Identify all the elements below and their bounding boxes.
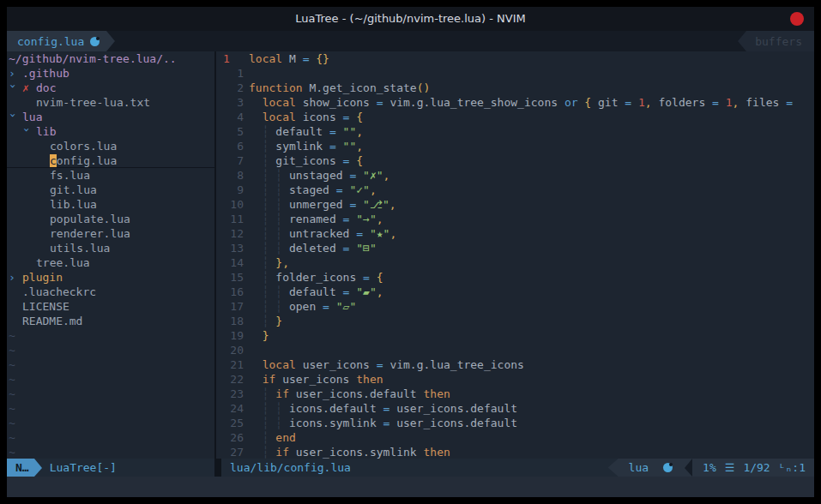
code-line[interactable]: 5 ┆ default = "", xyxy=(216,124,814,139)
code-line[interactable]: 19 } xyxy=(216,328,814,343)
code-line[interactable]: 6 ┆ symlink = "", xyxy=(216,139,814,153)
tree-item[interactable]: renderer.lua xyxy=(7,226,214,241)
relative-line-number: 8 xyxy=(216,168,244,183)
code-line-text: ┆ ┆ untracked = "★", xyxy=(244,227,396,240)
tilde-marker: ~ xyxy=(7,329,15,342)
relative-line-number: 6 xyxy=(216,139,244,153)
code-line[interactable]: 21 local user_icons = vim.g.lua_tree_ico… xyxy=(216,357,814,372)
code-line-text: local icons = { xyxy=(244,111,363,123)
tree-item[interactable]: fs.lua xyxy=(7,168,214,183)
tree-item[interactable]: nvim-tree-lua.txt xyxy=(7,95,214,110)
code-line[interactable]: 20 xyxy=(216,343,814,357)
relative-line-number: 23 xyxy=(216,387,244,401)
code-line-text xyxy=(244,67,249,80)
tree-item[interactable]: README.md xyxy=(7,314,214,328)
code-line[interactable]: 1local M = {} xyxy=(216,51,814,66)
tree-item[interactable]: populate.lua xyxy=(7,212,214,226)
code-line[interactable]: 23 ┆ if user_icons.default then xyxy=(216,387,814,401)
code-line-text: ┆ symlink = "", xyxy=(244,140,363,153)
filetype-label: lua xyxy=(629,461,649,474)
code-line-text: ┆ ┆ icons.symlink = user_icons.default xyxy=(244,417,517,429)
relative-line-number: 14 xyxy=(216,255,244,270)
tree-item-label: nvim-tree-lua.txt xyxy=(36,96,150,109)
buffers-label[interactable]: buffers xyxy=(746,31,814,51)
file-tree-pane: ~/github/nvim-tree.lua/..›.github›✗docnv… xyxy=(7,51,214,459)
empty-line: ~ xyxy=(7,372,214,387)
code-line[interactable]: 10 ┆ ┆ unmerged = "⎇", xyxy=(216,197,814,212)
tree-item[interactable]: config.lua xyxy=(7,153,214,168)
git-unstaged-icon: ✗ xyxy=(22,81,36,95)
lua-icon xyxy=(663,463,673,472)
code-line[interactable]: 26 ┆ end xyxy=(216,430,814,445)
tilde-marker: ~ xyxy=(7,373,15,386)
code-line-text: local user_icons = vim.g.lua_tree_icons xyxy=(244,358,524,371)
tree-item[interactable]: utils.lua xyxy=(7,241,214,255)
tree-item[interactable]: ›lib xyxy=(7,124,214,139)
code-line[interactable]: 7 ┆ git_icons = { xyxy=(216,153,814,168)
code-line[interactable]: 16 ┆ ┆ default = "▰", xyxy=(216,285,814,299)
chevron-right-icon: › xyxy=(9,270,22,285)
tree-item[interactable]: ~/github/nvim-tree.lua/.. xyxy=(7,51,214,66)
tree-item-label: README.md xyxy=(22,315,82,327)
relative-line-number: 4 xyxy=(216,110,244,124)
code-line[interactable]: 15 ┆ folder_icons = { xyxy=(216,270,814,285)
tree-item[interactable]: ›plugin xyxy=(7,270,214,285)
window-title: LuaTree - (~/github/nvim-tree.lua) - NVI… xyxy=(7,7,814,31)
code-line[interactable]: 14 ┆ }, xyxy=(216,255,814,270)
tree-item[interactable]: git.lua xyxy=(7,183,214,197)
statusline-divider xyxy=(214,459,221,477)
tree-item[interactable]: lib.lua xyxy=(7,197,214,212)
statusline: N… LuaTree[-] lua/lib/config.lua lua 1% … xyxy=(7,459,814,477)
tree-statusline: N… LuaTree[-] xyxy=(7,459,214,477)
lua-icon xyxy=(90,37,100,46)
nvim-window: config.lua buffers ~/github/nvim-tree.lu… xyxy=(7,31,814,497)
tree-item[interactable]: ›lua xyxy=(7,110,214,124)
relative-line-number: 20 xyxy=(216,343,244,357)
code-line[interactable]: 18 ┆ } xyxy=(216,314,814,328)
code-line[interactable]: 24 ┆ ┆ icons.default = user_icons.defaul… xyxy=(216,401,814,416)
code-line-text: ┆ ┆ open = "▱" xyxy=(244,300,356,313)
code-line-text: ┆ ┆ unmerged = "⎇", xyxy=(244,198,396,211)
tree-item-label: lib xyxy=(36,125,56,138)
tree-item-label: ~/github/nvim-tree.lua/.. xyxy=(9,52,177,65)
tree-item-label: colors.lua xyxy=(50,140,117,153)
code-line[interactable]: 2function M.get_icon_state() xyxy=(216,81,814,95)
code-line[interactable]: 8 ┆ ┆ unstaged = "✗", xyxy=(216,168,814,183)
tilde-marker: ~ xyxy=(7,344,15,357)
tab-config-lua[interactable]: config.lua xyxy=(7,31,106,51)
code-line[interactable]: 1 xyxy=(216,66,814,81)
code-line[interactable]: 25 ┆ ┆ icons.symlink = user_icons.defaul… xyxy=(216,416,814,430)
empty-line: ~ xyxy=(7,328,214,343)
code-line[interactable]: 11 ┆ ┆ renamed = "→", xyxy=(216,212,814,226)
code-line[interactable]: 22 if user_icons then xyxy=(216,372,814,387)
tree-item[interactable]: .luacheckrc xyxy=(7,285,214,299)
code-line[interactable]: 17 ┆ ┆ open = "▱" xyxy=(216,299,814,314)
relative-line-number: 12 xyxy=(216,226,244,241)
code-line-text: ┆ ┆ unstaged = "✗", xyxy=(244,169,389,182)
code-line[interactable]: 3 local show_icons = vim.g.lua_tree_show… xyxy=(216,95,814,110)
relative-line-number: 26 xyxy=(216,430,244,445)
cursor: c xyxy=(50,154,57,167)
code-line-text: ┆ ┆ staged = "✓", xyxy=(244,183,377,196)
code-line[interactable]: 9 ┆ ┆ staged = "✓", xyxy=(216,183,814,197)
code-line[interactable]: 13 ┆ ┆ deleted = "⊟" xyxy=(216,241,814,255)
tree-item[interactable]: ›✗doc xyxy=(7,81,214,95)
code-line[interactable]: 12 ┆ ┆ untracked = "★", xyxy=(216,226,814,241)
code-line[interactable]: 27 ┆ if user_icons.symlink then xyxy=(216,445,814,459)
command-line[interactable] xyxy=(7,477,814,497)
statusline-right: lua 1% ☰ 1/92 ᴸₙ:1 xyxy=(608,459,814,477)
tree-item-label: plugin xyxy=(22,271,63,284)
relative-line-number: 15 xyxy=(216,270,244,285)
code-line-text: ┆ ┆ default = "▰", xyxy=(244,285,383,298)
tree-item-label: doc xyxy=(36,81,56,94)
empty-line: ~ xyxy=(7,445,214,459)
tree-item[interactable]: LICENSE xyxy=(7,299,214,314)
relative-line-number: 2 xyxy=(216,81,244,95)
close-button[interactable] xyxy=(790,12,804,26)
tree-item[interactable]: colors.lua xyxy=(7,139,214,153)
empty-line: ~ xyxy=(7,416,214,430)
tree-item[interactable]: ›.github xyxy=(7,66,214,81)
relative-line-number: 16 xyxy=(216,285,244,299)
tree-item[interactable]: tree.lua xyxy=(7,255,214,270)
code-line[interactable]: 4 local icons = { xyxy=(216,110,814,124)
